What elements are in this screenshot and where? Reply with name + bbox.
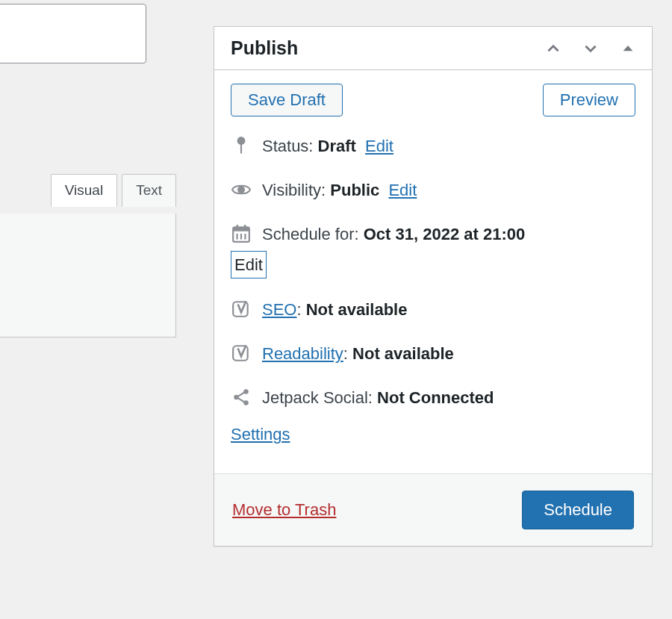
publish-title: Publish	[231, 37, 298, 59]
save-draft-button[interactable]: Save Draft	[231, 84, 343, 116]
svg-rect-9	[244, 234, 246, 240]
visibility-label: Visibility:	[262, 181, 330, 199]
seo-value: Not available	[306, 300, 408, 319]
status-label: Status:	[262, 137, 318, 155]
yoast-icon	[231, 343, 252, 364]
publish-header: Publish	[214, 27, 652, 70]
svg-rect-6	[244, 225, 246, 228]
preview-button[interactable]: Preview	[543, 84, 635, 116]
schedule-label: Schedule for:	[262, 225, 364, 243]
readability-link[interactable]: Readability	[262, 344, 343, 363]
svg-line-16	[238, 398, 245, 402]
svg-rect-5	[237, 225, 239, 228]
tab-visual[interactable]: Visual	[51, 174, 117, 207]
tab-text[interactable]: Text	[122, 174, 176, 207]
jetpack-value: Not Connected	[377, 388, 494, 407]
svg-point-2	[238, 187, 244, 193]
calendar-icon	[231, 223, 252, 244]
schedule-button[interactable]: Schedule	[522, 491, 634, 529]
seo-link[interactable]: SEO	[262, 300, 296, 319]
svg-rect-4	[233, 228, 249, 231]
readability-sep: :	[343, 344, 352, 363]
panel-down-icon[interactable]	[582, 40, 600, 57]
panel-up-icon[interactable]	[544, 40, 562, 57]
post-title-input[interactable]	[0, 4, 146, 63]
readability-value: Not available	[352, 344, 454, 363]
schedule-value: Oct 31, 2022 at 21:00	[364, 225, 525, 243]
svg-rect-8	[240, 234, 242, 240]
svg-point-0	[237, 137, 246, 145]
move-to-trash-link[interactable]: Move to Trash	[232, 500, 336, 520]
editor-toolbar-area[interactable]	[0, 214, 176, 338]
share-icon	[231, 387, 252, 408]
panel-toggle-icon[interactable]	[619, 40, 637, 57]
status-value: Draft	[318, 137, 356, 155]
status-edit-link[interactable]: Edit	[365, 137, 393, 155]
svg-line-15	[238, 393, 245, 396]
visibility-edit-link[interactable]: Edit	[388, 181, 417, 199]
yoast-icon	[231, 299, 252, 320]
editor-tabs: Visual Text	[0, 174, 176, 207]
eye-icon	[231, 179, 252, 200]
svg-rect-1	[240, 144, 242, 154]
publish-metabox: Publish Save Draft Preview	[214, 26, 653, 547]
schedule-edit-link[interactable]: Edit	[231, 251, 267, 279]
pin-icon	[231, 135, 252, 156]
seo-sep: :	[296, 300, 305, 319]
visibility-value: Public	[330, 181, 379, 199]
jetpack-label: Jetpack Social:	[262, 388, 377, 407]
jetpack-settings-link[interactable]: Settings	[231, 421, 635, 447]
svg-rect-7	[237, 234, 238, 240]
